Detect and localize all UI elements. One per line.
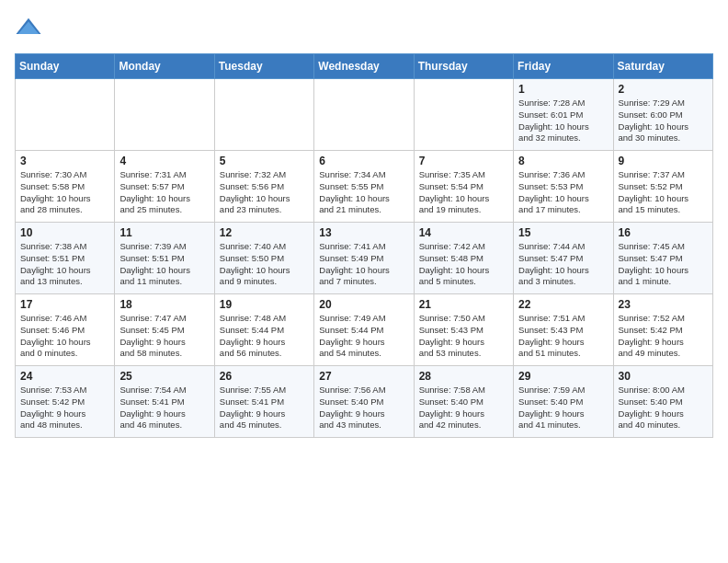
day-number: 18 (119, 298, 209, 311)
day-number: 21 (419, 298, 508, 311)
calendar-cell: 5Sunrise: 7:32 AM Sunset: 5:56 PM Daylig… (214, 151, 313, 223)
calendar-week-5: 24Sunrise: 7:53 AM Sunset: 5:42 PM Dayli… (16, 366, 713, 438)
day-info: Sunrise: 7:36 AM Sunset: 5:53 PM Dayligh… (518, 169, 608, 216)
day-number: 13 (319, 226, 408, 239)
calendar-cell: 21Sunrise: 7:50 AM Sunset: 5:43 PM Dayli… (414, 294, 513, 366)
weekday-header-monday: Monday (115, 54, 214, 79)
calendar-cell: 6Sunrise: 7:34 AM Sunset: 5:55 PM Daylig… (314, 151, 414, 223)
day-info: Sunrise: 7:58 AM Sunset: 5:40 PM Dayligh… (419, 385, 508, 431)
weekday-header-tuesday: Tuesday (214, 54, 313, 79)
day-number: 28 (419, 370, 508, 383)
day-number: 11 (119, 226, 209, 239)
calendar-cell: 18Sunrise: 7:47 AM Sunset: 5:45 PM Dayli… (115, 294, 214, 366)
calendar-cell: 19Sunrise: 7:48 AM Sunset: 5:44 PM Dayli… (214, 294, 313, 366)
calendar-cell: 9Sunrise: 7:37 AM Sunset: 5:52 PM Daylig… (613, 151, 712, 223)
day-info: Sunrise: 7:49 AM Sunset: 5:44 PM Dayligh… (319, 313, 408, 360)
day-info: Sunrise: 7:52 AM Sunset: 5:42 PM Dayligh… (619, 313, 708, 360)
day-number: 7 (419, 155, 508, 167)
day-info: Sunrise: 7:50 AM Sunset: 5:43 PM Dayligh… (419, 313, 508, 360)
calendar-cell: 29Sunrise: 7:59 AM Sunset: 5:40 PM Dayli… (514, 366, 613, 438)
day-number: 14 (419, 226, 508, 239)
calendar-cell: 24Sunrise: 7:53 AM Sunset: 5:42 PM Dayli… (16, 366, 115, 438)
day-number: 27 (319, 370, 408, 383)
calendar-cell: 25Sunrise: 7:54 AM Sunset: 5:41 PM Dayli… (115, 366, 214, 438)
day-info: Sunrise: 7:54 AM Sunset: 5:41 PM Dayligh… (119, 385, 209, 431)
weekday-header-row: SundayMondayTuesdayWednesdayThursdayFrid… (16, 54, 713, 79)
calendar-cell: 4Sunrise: 7:31 AM Sunset: 5:57 PM Daylig… (115, 151, 214, 223)
day-info: Sunrise: 7:35 AM Sunset: 5:54 PM Dayligh… (419, 169, 508, 216)
day-info: Sunrise: 7:34 AM Sunset: 5:55 PM Dayligh… (319, 169, 408, 216)
logo-icon (15, 15, 42, 42)
calendar-table: SundayMondayTuesdayWednesdayThursdayFrid… (15, 53, 713, 438)
calendar-cell: 27Sunrise: 7:56 AM Sunset: 5:40 PM Dayli… (314, 366, 414, 438)
day-info: Sunrise: 7:29 AM Sunset: 6:00 PM Dayligh… (619, 98, 708, 144)
calendar-cell: 30Sunrise: 8:00 AM Sunset: 5:40 PM Dayli… (613, 366, 712, 438)
calendar-cell: 13Sunrise: 7:41 AM Sunset: 5:49 PM Dayli… (314, 223, 414, 294)
weekday-header-saturday: Saturday (613, 54, 712, 79)
day-number: 9 (619, 155, 708, 167)
calendar-cell: 12Sunrise: 7:40 AM Sunset: 5:50 PM Dayli… (214, 223, 313, 294)
day-number: 3 (20, 155, 109, 167)
day-number: 24 (20, 370, 109, 383)
day-number: 25 (119, 370, 209, 383)
calendar-cell: 11Sunrise: 7:39 AM Sunset: 5:51 PM Dayli… (115, 223, 214, 294)
calendar-cell: 15Sunrise: 7:44 AM Sunset: 5:47 PM Dayli… (514, 223, 613, 294)
calendar-week-4: 17Sunrise: 7:46 AM Sunset: 5:46 PM Dayli… (16, 294, 713, 366)
day-number: 23 (619, 298, 708, 311)
calendar-cell (115, 79, 214, 151)
day-number: 8 (518, 155, 608, 167)
day-number: 17 (20, 298, 109, 311)
calendar-cell: 7Sunrise: 7:35 AM Sunset: 5:54 PM Daylig… (414, 151, 513, 223)
day-info: Sunrise: 7:37 AM Sunset: 5:52 PM Dayligh… (619, 169, 708, 216)
day-info: Sunrise: 7:30 AM Sunset: 5:58 PM Dayligh… (20, 169, 109, 216)
day-info: Sunrise: 7:51 AM Sunset: 5:43 PM Dayligh… (518, 313, 608, 360)
day-info: Sunrise: 7:39 AM Sunset: 5:51 PM Dayligh… (119, 241, 209, 288)
calendar-week-1: 1Sunrise: 7:28 AM Sunset: 6:01 PM Daylig… (16, 79, 713, 151)
day-info: Sunrise: 7:47 AM Sunset: 5:45 PM Dayligh… (119, 313, 209, 360)
day-info: Sunrise: 7:28 AM Sunset: 6:01 PM Dayligh… (518, 98, 608, 144)
day-number: 6 (319, 155, 408, 167)
day-info: Sunrise: 7:32 AM Sunset: 5:56 PM Dayligh… (220, 169, 309, 216)
weekday-header-friday: Friday (514, 54, 613, 79)
calendar-week-3: 10Sunrise: 7:38 AM Sunset: 5:51 PM Dayli… (16, 223, 713, 294)
day-number: 1 (518, 83, 608, 96)
day-info: Sunrise: 7:44 AM Sunset: 5:47 PM Dayligh… (518, 241, 608, 288)
day-info: Sunrise: 7:55 AM Sunset: 5:41 PM Dayligh… (220, 385, 309, 431)
day-number: 22 (518, 298, 608, 311)
day-info: Sunrise: 7:46 AM Sunset: 5:46 PM Dayligh… (20, 313, 109, 360)
calendar-cell (16, 79, 115, 151)
calendar-cell: 14Sunrise: 7:42 AM Sunset: 5:48 PM Dayli… (414, 223, 513, 294)
calendar-cell (314, 79, 414, 151)
day-info: Sunrise: 8:00 AM Sunset: 5:40 PM Dayligh… (619, 385, 708, 431)
day-info: Sunrise: 7:42 AM Sunset: 5:48 PM Dayligh… (419, 241, 508, 288)
day-number: 15 (518, 226, 608, 239)
day-number: 26 (220, 370, 309, 383)
day-number: 2 (619, 83, 708, 96)
calendar-cell: 2Sunrise: 7:29 AM Sunset: 6:00 PM Daylig… (613, 79, 712, 151)
calendar-cell: 28Sunrise: 7:58 AM Sunset: 5:40 PM Dayli… (414, 366, 513, 438)
day-info: Sunrise: 7:31 AM Sunset: 5:57 PM Dayligh… (119, 169, 209, 216)
day-info: Sunrise: 7:48 AM Sunset: 5:44 PM Dayligh… (220, 313, 309, 360)
calendar-week-2: 3Sunrise: 7:30 AM Sunset: 5:58 PM Daylig… (16, 151, 713, 223)
page-header (15, 15, 713, 42)
day-number: 5 (220, 155, 309, 167)
day-info: Sunrise: 7:45 AM Sunset: 5:47 PM Dayligh… (619, 241, 708, 288)
calendar-cell: 17Sunrise: 7:46 AM Sunset: 5:46 PM Dayli… (16, 294, 115, 366)
day-number: 10 (20, 226, 109, 239)
calendar-cell: 3Sunrise: 7:30 AM Sunset: 5:58 PM Daylig… (16, 151, 115, 223)
day-number: 4 (119, 155, 209, 167)
calendar-cell: 1Sunrise: 7:28 AM Sunset: 6:01 PM Daylig… (514, 79, 613, 151)
calendar-cell: 20Sunrise: 7:49 AM Sunset: 5:44 PM Dayli… (314, 294, 414, 366)
day-number: 19 (220, 298, 309, 311)
day-info: Sunrise: 7:38 AM Sunset: 5:51 PM Dayligh… (20, 241, 109, 288)
calendar-cell: 10Sunrise: 7:38 AM Sunset: 5:51 PM Dayli… (16, 223, 115, 294)
weekday-header-sunday: Sunday (16, 54, 115, 79)
calendar-cell: 16Sunrise: 7:45 AM Sunset: 5:47 PM Dayli… (613, 223, 712, 294)
weekday-header-wednesday: Wednesday (314, 54, 414, 79)
day-number: 16 (619, 226, 708, 239)
day-number: 30 (619, 370, 708, 383)
calendar-cell (214, 79, 313, 151)
calendar-cell (414, 79, 513, 151)
calendar-cell: 22Sunrise: 7:51 AM Sunset: 5:43 PM Dayli… (514, 294, 613, 366)
day-info: Sunrise: 7:41 AM Sunset: 5:49 PM Dayligh… (319, 241, 408, 288)
